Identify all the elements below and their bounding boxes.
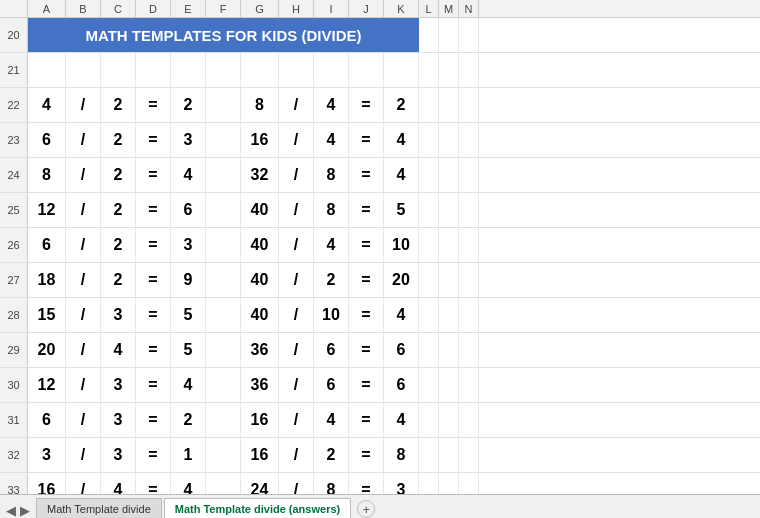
data-cell: [459, 193, 479, 227]
data-cell: [206, 298, 241, 332]
add-sheet-button[interactable]: +: [357, 500, 375, 518]
col-header-c: C: [101, 0, 136, 17]
data-cell: [206, 333, 241, 367]
data-cell: [419, 193, 439, 227]
data-cell: [419, 263, 439, 297]
row-number: 29: [0, 333, 28, 367]
row-number: 30: [0, 368, 28, 402]
data-cell: 4: [314, 88, 349, 122]
data-cell: =: [136, 88, 171, 122]
grid-row: 2815/3=540/10=4: [0, 298, 760, 333]
data-cell: /: [66, 473, 101, 494]
grid-row: 21: [0, 53, 760, 88]
empty-cell: [171, 53, 206, 87]
data-cell: =: [349, 438, 384, 472]
data-cell: 2: [101, 228, 136, 262]
grid-row: 3316/4=424/8=3: [0, 473, 760, 494]
data-cell: =: [136, 123, 171, 157]
tab-next-icon[interactable]: ▶: [18, 503, 32, 518]
data-cell: 10: [384, 228, 419, 262]
data-cell: 8: [241, 88, 279, 122]
data-cell: /: [66, 228, 101, 262]
data-cell: [439, 263, 459, 297]
data-cell: /: [66, 123, 101, 157]
data-cell: /: [66, 263, 101, 297]
data-cell: =: [349, 88, 384, 122]
data-cell: =: [349, 473, 384, 494]
data-cell: [439, 158, 459, 192]
data-cell: 16: [241, 403, 279, 437]
data-cell: [206, 88, 241, 122]
data-cell: 16: [241, 123, 279, 157]
data-cell: =: [349, 263, 384, 297]
data-cell: 20: [384, 263, 419, 297]
data-cell: =: [136, 228, 171, 262]
row-number: 27: [0, 263, 28, 297]
grid-body: 20MATH TEMPLATES FOR KIDS (DIVIDE)21224/…: [0, 18, 760, 494]
data-cell: 5: [171, 298, 206, 332]
empty-cell: [101, 53, 136, 87]
data-cell: 4: [314, 228, 349, 262]
data-cell: 16: [241, 438, 279, 472]
data-cell: 3: [28, 438, 66, 472]
data-cell: /: [66, 193, 101, 227]
grid-row: 3012/3=436/6=6: [0, 368, 760, 403]
data-cell: 3: [101, 298, 136, 332]
data-cell: [419, 298, 439, 332]
data-cell: 2: [101, 158, 136, 192]
row-number: 25: [0, 193, 28, 227]
grid-row: 2512/2=640/8=5: [0, 193, 760, 228]
data-cell: 36: [241, 368, 279, 402]
data-cell: =: [136, 333, 171, 367]
col-header-d: D: [136, 0, 171, 17]
data-cell: 16: [28, 473, 66, 494]
col-header-h: H: [279, 0, 314, 17]
empty-cell: [349, 53, 384, 87]
data-cell: =: [136, 438, 171, 472]
data-cell: [439, 298, 459, 332]
title-cell: MATH TEMPLATES FOR KIDS (DIVIDE): [28, 18, 419, 52]
data-cell: 2: [101, 193, 136, 227]
data-cell: 1: [171, 438, 206, 472]
data-cell: /: [279, 333, 314, 367]
data-cell: 4: [28, 88, 66, 122]
data-cell: 8: [384, 438, 419, 472]
data-cell: 2: [384, 88, 419, 122]
data-cell: =: [136, 263, 171, 297]
empty-cell: [136, 53, 171, 87]
sheet-tab-1[interactable]: Math Template divide (answers): [164, 498, 351, 518]
data-cell: 4: [384, 123, 419, 157]
col-header-m: M: [439, 0, 459, 17]
spreadsheet-container: ABCDEFGHIJKLMN 20MATH TEMPLATES FOR KIDS…: [0, 0, 760, 518]
data-cell: [419, 333, 439, 367]
data-cell: =: [349, 123, 384, 157]
col-header-b: B: [66, 0, 101, 17]
col-header-a: A: [28, 0, 66, 17]
data-cell: 12: [28, 368, 66, 402]
empty-cell: [314, 53, 349, 87]
empty-cell: [439, 53, 459, 87]
data-cell: [419, 403, 439, 437]
grid-row: 20MATH TEMPLATES FOR KIDS (DIVIDE): [0, 18, 760, 53]
tab-nav[interactable]: ◀ ▶: [4, 503, 32, 518]
data-cell: [459, 123, 479, 157]
empty-cell: [419, 53, 439, 87]
data-cell: 4: [171, 473, 206, 494]
data-cell: /: [279, 88, 314, 122]
data-cell: [459, 438, 479, 472]
col-header-j: J: [349, 0, 384, 17]
tab-prev-icon[interactable]: ◀: [4, 503, 18, 518]
data-cell: 40: [241, 228, 279, 262]
grid-row: 224/2=28/4=2: [0, 88, 760, 123]
data-cell: [419, 158, 439, 192]
data-cell: /: [66, 158, 101, 192]
empty-cell: [459, 18, 479, 52]
data-cell: /: [279, 193, 314, 227]
sheet-tab-0[interactable]: Math Template divide: [36, 498, 162, 518]
data-cell: [419, 123, 439, 157]
col-header-l: L: [419, 0, 439, 17]
data-cell: 24: [241, 473, 279, 494]
data-cell: 10: [314, 298, 349, 332]
data-cell: [439, 438, 459, 472]
data-cell: 4: [171, 158, 206, 192]
